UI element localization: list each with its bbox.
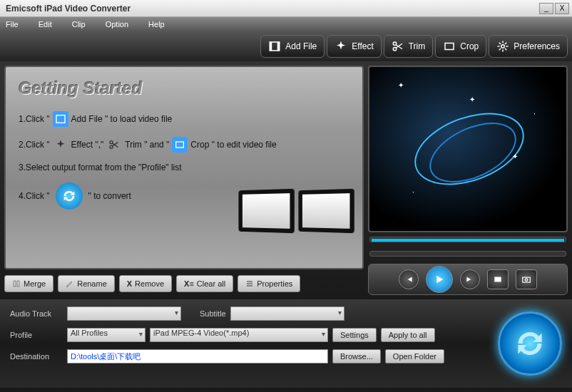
svg-rect-10: [176, 142, 184, 148]
bottom-panel: Audio Track Subtitle Profile All Profile…: [0, 299, 572, 388]
svg-rect-7: [56, 115, 65, 123]
step-3: 3.Select output format from the "Profile…: [19, 163, 349, 172]
trim-button[interactable]: Trim: [384, 35, 434, 58]
merge-icon: [12, 279, 21, 288]
getting-started-panel: Getting Started 1.Click " Add File " to …: [4, 66, 364, 269]
pencil-icon: [66, 279, 74, 288]
playback-controls: [368, 264, 568, 295]
toolbar: Add File Effect Trim Crop Preferences: [0, 31, 572, 61]
minimize-button[interactable]: _: [539, 3, 553, 14]
close-button[interactable]: X: [555, 3, 569, 14]
rename-button[interactable]: Rename: [58, 275, 115, 292]
effect-button[interactable]: Effect: [327, 35, 381, 58]
snapshot-button[interactable]: [516, 269, 537, 289]
profile-category-select[interactable]: All Profiles: [67, 328, 145, 342]
destination-input[interactable]: [67, 349, 328, 363]
sparkle-icon: [334, 40, 347, 53]
profile-format-select[interactable]: iPad MPEG-4 Video(*.mp4): [150, 328, 328, 342]
remove-button[interactable]: XRemove: [119, 275, 172, 292]
menu-edit[interactable]: Edit: [39, 20, 52, 29]
left-panel: Getting Started 1.Click " Add File " to …: [4, 66, 364, 295]
apply-to-all-button[interactable]: Apply to all: [381, 328, 435, 342]
menubar: File Edit Clip Option Help: [0, 17, 572, 31]
crop-icon: [172, 137, 188, 153]
preview-area: ✦ ✦ · · ✦: [368, 66, 568, 232]
convert-icon: [56, 182, 83, 210]
preview-panel: ✦ ✦ · · ✦: [368, 66, 568, 295]
clear-icon: X≡: [184, 279, 194, 288]
svg-rect-5: [445, 43, 454, 50]
step-1: 1.Click " Add File " to load video file: [19, 111, 349, 127]
sparkle-icon: [53, 137, 68, 153]
titlebar: Emicsoft iPad Video Converter _ X: [0, 0, 572, 17]
window-title: Emicsoft iPad Video Converter: [3, 4, 538, 14]
audio-track-label: Audio Track: [10, 306, 61, 321]
menu-help[interactable]: Help: [148, 20, 165, 29]
list-button-row: Merge Rename XRemove X≡Clear all Propert…: [4, 275, 364, 295]
profile-label: Profile: [10, 328, 61, 342]
properties-button[interactable]: Properties: [238, 275, 300, 292]
browse-button[interactable]: Browse...: [332, 349, 381, 363]
svg-rect-2: [277, 42, 280, 51]
crop-button[interactable]: Crop: [435, 35, 486, 58]
ipad-illustration: [237, 190, 354, 232]
settings-button[interactable]: Settings: [332, 328, 377, 342]
fullscreen-button[interactable]: [487, 269, 509, 289]
step-2: 2.Click " Effect "," Trim " and " Crop "…: [19, 137, 349, 153]
menu-option[interactable]: Option: [106, 20, 128, 29]
scissors-icon: [106, 137, 122, 153]
prev-button[interactable]: [399, 269, 419, 289]
menu-clip[interactable]: Clip: [72, 20, 86, 29]
clear-all-button[interactable]: X≡Clear all: [176, 275, 233, 292]
svg-point-6: [501, 45, 505, 48]
merge-button[interactable]: Merge: [4, 275, 53, 292]
svg-rect-11: [494, 277, 501, 282]
main-area: Getting Started 1.Click " Add File " to …: [0, 61, 572, 299]
destination-label: Destination: [10, 349, 61, 363]
film-icon: [53, 111, 68, 127]
crop-icon: [443, 40, 456, 53]
svg-rect-1: [270, 42, 272, 51]
play-button[interactable]: [426, 266, 453, 293]
guide-heading: Getting Started: [19, 78, 349, 98]
subtitle-label: Subtitle: [200, 309, 226, 318]
subtitle-select[interactable]: [230, 306, 344, 321]
svg-rect-12: [523, 277, 531, 282]
preferences-button[interactable]: Preferences: [489, 35, 568, 58]
scissors-icon: [392, 40, 404, 53]
svg-point-13: [525, 279, 528, 282]
audio-track-select[interactable]: [67, 306, 181, 321]
convert-button[interactable]: [498, 311, 562, 376]
film-icon: [268, 40, 281, 53]
trim-slider[interactable]: [369, 251, 566, 257]
open-folder-button[interactable]: Open Folder: [385, 349, 444, 363]
convert-icon: [512, 326, 548, 361]
seek-slider[interactable]: [369, 237, 566, 242]
add-file-button[interactable]: Add File: [260, 35, 325, 58]
next-button[interactable]: [460, 269, 480, 289]
x-icon: X: [127, 279, 132, 288]
menu-file[interactable]: File: [6, 20, 19, 29]
list-icon: [245, 279, 254, 288]
gear-icon: [496, 40, 509, 53]
